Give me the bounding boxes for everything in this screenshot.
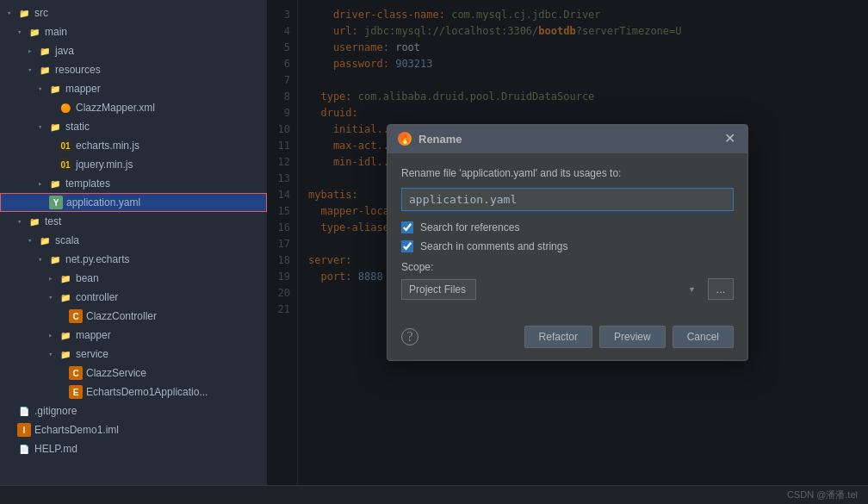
checkbox-row-references: Search for references: [401, 221, 734, 233]
search-references-checkbox[interactable]: [401, 221, 413, 233]
folder-icon: 📁: [38, 63, 52, 77]
tree-item-static[interactable]: ▾ 📁 static: [0, 117, 267, 136]
arrow-src: ▾: [7, 9, 17, 17]
tree-item-mapper-dir[interactable]: ▾ 📁 mapper: [0, 79, 267, 98]
folder-icon: 📁: [38, 233, 52, 247]
cancel-button[interactable]: Cancel: [673, 326, 734, 348]
tree-label-test: test: [45, 215, 61, 227]
java-icon: C: [69, 309, 83, 323]
tree-item-test[interactable]: ▾ 📁 test: [0, 212, 267, 231]
file-icon: 📄: [17, 404, 31, 418]
scope-section: Scope: Project Files Module Files All Pl…: [401, 261, 734, 300]
folder-icon: 📁: [59, 347, 72, 361]
yaml-icon: Y: [49, 196, 63, 209]
tree-label-iml: EchartsDemo1.iml: [34, 424, 119, 436]
arrow-templates: ▸: [38, 179, 48, 188]
tree-label-scala: scala: [55, 234, 79, 246]
tree-item-net-py-echarts[interactable]: ▾ 📁 net.py.echarts: [0, 250, 267, 269]
tree-item-ClazzMapper[interactable]: ▸ 🟠 ClazzMapper.xml: [0, 98, 267, 117]
scope-select-row: Project Files Module Files All Places ..…: [401, 278, 734, 300]
dialog-title-row: 🔥 Rename: [398, 132, 462, 146]
tree-item-ClazzController[interactable]: ▸ C ClazzController: [0, 307, 267, 326]
folder-icon: 📁: [38, 44, 52, 58]
attribution-text: CSDN @潘潘.tel: [787, 488, 858, 501]
arrow-controller: ▾: [48, 293, 59, 302]
scope-select-wrapper: Project Files Module Files All Places: [401, 279, 703, 300]
tree-label-static: static: [65, 121, 90, 133]
file-tree[interactable]: ▾ 📁 src ▾ 📁 main ▸ 📁 java ▾ 📁 resources: [0, 0, 267, 485]
tree-item-service[interactable]: ▾ 📁 service: [0, 345, 267, 364]
search-comments-checkbox[interactable]: [401, 240, 413, 252]
tree-label-templates: templates: [65, 177, 110, 190]
folder-icon: 📁: [48, 82, 62, 96]
scope-label: Scope:: [401, 261, 734, 273]
arrow-static: ▾: [38, 122, 48, 131]
tree-label-EchartsDemo1Application: EchartsDemo1Applicatio...: [86, 386, 208, 398]
dialog-header: 🔥 Rename ✕: [388, 125, 747, 153]
tree-item-application-yaml[interactable]: ▸ Y application.yaml: [0, 193, 267, 212]
rename-input[interactable]: [401, 188, 734, 211]
tree-label-jquery: jquery.min.js: [76, 159, 133, 171]
dialog-description: Rename file 'application.yaml' and its u…: [401, 167, 734, 179]
arrow-resources: ▾: [28, 65, 38, 74]
tree-item-ClazzService[interactable]: ▸ C ClazzService: [0, 364, 267, 383]
arrow-scala: ▾: [28, 236, 38, 245]
arrow-mapper-dir: ▾: [38, 84, 48, 93]
tree-item-scala[interactable]: ▾ 📁 scala: [0, 231, 267, 250]
dialog-close-button[interactable]: ✕: [722, 132, 737, 146]
tree-label-bean: bean: [76, 272, 99, 284]
tree-label-help: HELP.md: [34, 443, 78, 455]
tree-item-controller[interactable]: ▾ 📁 controller: [0, 288, 267, 307]
tree-item-iml[interactable]: ▸ I EchartsDemo1.iml: [0, 420, 267, 439]
js-icon: 01: [59, 139, 72, 152]
refactor-button[interactable]: Refactor: [524, 326, 592, 348]
tree-item-help[interactable]: ▸ 📄 HELP.md: [0, 439, 267, 458]
search-comments-label: Search in comments and strings: [420, 240, 567, 252]
tree-item-src[interactable]: ▾ 📁 src: [0, 3, 267, 22]
tree-item-EchartsDemo1Application[interactable]: ▸ E EchartsDemo1Applicatio...: [0, 383, 267, 401]
tree-item-mapper2[interactable]: ▸ 📁 mapper: [0, 326, 267, 345]
folder-icon: 📁: [48, 252, 62, 266]
scope-more-button[interactable]: ...: [708, 278, 734, 300]
arrow-java: ▸: [28, 47, 38, 55]
rename-dialog: 🔥 Rename ✕ Rename file 'application.yaml…: [387, 124, 748, 361]
xml-icon: 🟠: [59, 101, 72, 115]
js-icon: 01: [59, 158, 72, 171]
folder-icon: 📁: [48, 177, 62, 190]
tree-label-ClazzController: ClazzController: [86, 310, 157, 322]
preview-button[interactable]: Preview: [599, 326, 666, 348]
dialog-overlay: 🔥 Rename ✕ Rename file 'application.yaml…: [267, 0, 868, 485]
tree-item-main[interactable]: ▾ 📁 main: [0, 22, 267, 41]
bottom-bar: CSDN @潘潘.tel: [0, 485, 868, 504]
arrow-test: ▾: [17, 217, 28, 226]
dialog-footer: ? Refactor Preview Cancel: [388, 317, 747, 360]
folder-icon: 📁: [28, 215, 41, 228]
code-editor: 3 4 5 6 7 8 9 10 11 12 13 14 15 16 17 18…: [267, 0, 868, 485]
file-icon: 📄: [17, 442, 31, 456]
folder-icon: 📁: [59, 328, 72, 342]
arrow-mapper2: ▸: [48, 331, 59, 339]
tree-item-echarts[interactable]: ▸ 01 echarts.min.js: [0, 136, 267, 155]
tree-label-ClazzMapper: ClazzMapper.xml: [76, 102, 155, 114]
scope-dropdown[interactable]: Project Files Module Files All Places: [401, 279, 476, 300]
folder-icon: 📁: [59, 271, 72, 285]
tree-item-jquery[interactable]: ▸ 01 jquery.min.js: [0, 155, 267, 174]
tree-item-bean[interactable]: ▸ 📁 bean: [0, 269, 267, 288]
tree-item-resources[interactable]: ▾ 📁 resources: [0, 60, 267, 79]
checkbox-row-comments: Search in comments and strings: [401, 240, 734, 252]
tree-label-net-py-echarts: net.py.echarts: [65, 253, 129, 265]
dialog-action-buttons: Refactor Preview Cancel: [524, 326, 734, 348]
tree-label-mapper-dir: mapper: [65, 83, 101, 95]
help-button[interactable]: ?: [401, 328, 418, 345]
tree-label-ClazzService: ClazzService: [86, 367, 146, 379]
tree-item-java[interactable]: ▸ 📁 java: [0, 41, 267, 60]
tree-label-src: src: [34, 7, 48, 19]
tree-label-main: main: [45, 26, 67, 38]
iml-icon: I: [17, 423, 31, 437]
folder-icon: 📁: [28, 25, 41, 39]
tree-label-echarts: echarts.min.js: [76, 140, 140, 152]
search-references-label: Search for references: [420, 221, 519, 233]
tree-item-gitignore[interactable]: ▸ 📄 .gitignore: [0, 401, 267, 420]
tree-item-templates[interactable]: ▸ 📁 templates: [0, 174, 267, 193]
arrow-bean: ▸: [48, 274, 59, 283]
